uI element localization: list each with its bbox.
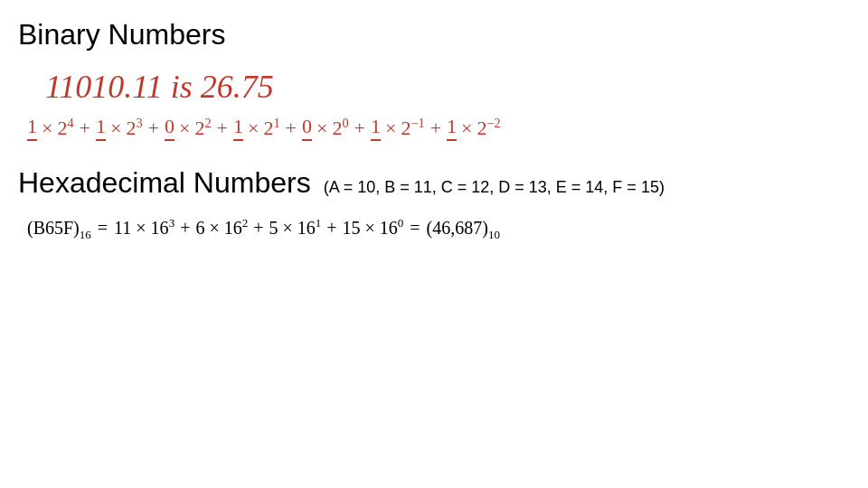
times-1: × xyxy=(42,117,52,140)
power-7: 2−2 xyxy=(476,116,500,140)
hex-lhs: (B65F)16 xyxy=(27,218,91,242)
hex-rhs: (46,687)10 xyxy=(427,218,500,242)
times-6: × xyxy=(385,117,396,140)
term-1: 1 xyxy=(27,115,37,141)
hex-plus-1: + xyxy=(180,218,190,239)
digit-1: 1 xyxy=(27,115,37,141)
hex-term-4: 15 × 160 xyxy=(343,216,404,239)
hex-equals-2: = xyxy=(410,218,420,239)
times-7: × xyxy=(461,117,472,140)
hex-section: Hexadecimal Numbers (A = 10, B = 11, C =… xyxy=(18,166,850,242)
power-4: 21 xyxy=(263,116,279,140)
power-2: 23 xyxy=(126,116,142,140)
hex-plus-3: + xyxy=(326,218,336,239)
hex-title-row: Hexadecimal Numbers (A = 10, B = 11, C =… xyxy=(18,166,850,200)
plus-5: + xyxy=(354,117,365,140)
power-5: 20 xyxy=(332,116,348,140)
hex-equals-1: = xyxy=(98,218,108,239)
hex-term-2: 6 × 162 xyxy=(195,216,248,239)
hex-plus-2: + xyxy=(253,218,263,239)
digit-2: 1 xyxy=(96,115,106,141)
plus-1: + xyxy=(80,117,90,140)
times-5: × xyxy=(316,117,327,140)
times-4: × xyxy=(248,117,259,140)
digit-5: 0 xyxy=(302,115,312,141)
digit-7: 1 xyxy=(447,115,457,141)
digit-4: 1 xyxy=(233,115,243,141)
hex-term-1: 11 × 163 xyxy=(114,216,175,239)
digit-3: 0 xyxy=(165,115,175,141)
binary-value: 11010.11 is 26.75 xyxy=(45,68,850,106)
hex-expansion: (B65F)16 = 11 × 163 + 6 × 162 + 5 × 161 … xyxy=(27,216,850,242)
plus-4: + xyxy=(286,117,297,140)
times-2: × xyxy=(110,117,121,140)
power-1: 24 xyxy=(57,116,73,140)
times-3: × xyxy=(179,117,190,140)
power-3: 22 xyxy=(194,116,211,140)
plus-3: + xyxy=(217,117,228,140)
binary-expansion: 1 × 24 + 1 × 23 + 0 × 22 + 1 × 21 + 0 × … xyxy=(27,115,850,141)
hex-note: (A = 10, B = 11, C = 12, D = 13, E = 14,… xyxy=(324,178,665,197)
power-6: 2−1 xyxy=(401,116,424,140)
hex-term-3: 5 × 161 xyxy=(269,216,321,239)
plus-6: + xyxy=(430,117,441,140)
digit-6: 1 xyxy=(371,115,381,141)
plus-2: + xyxy=(148,117,159,140)
hex-title: Hexadecimal Numbers xyxy=(18,166,311,200)
page: Binary Numbers 11010.11 is 26.75 1 × 24 … xyxy=(0,0,868,488)
binary-title: Binary Numbers xyxy=(18,18,850,52)
